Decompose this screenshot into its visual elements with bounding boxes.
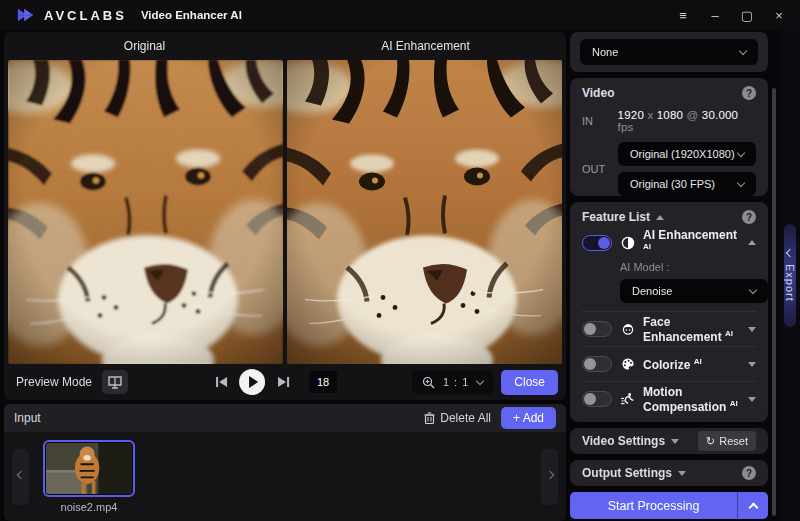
face-icon [620, 322, 635, 337]
play-button[interactable] [239, 369, 265, 395]
export-label: Export [784, 264, 796, 302]
delete-all-label: Delete All [440, 411, 491, 425]
maximize-icon[interactable]: ▢ [736, 4, 758, 26]
face-enhancement-toggle[interactable] [582, 321, 612, 337]
expand-icon [671, 439, 679, 444]
chevron-down-icon [739, 46, 747, 54]
export-tab[interactable]: Export [784, 224, 796, 328]
input-panel: Input Delete All + Add [4, 404, 566, 521]
file-name: noise2.mp4 [61, 501, 118, 513]
zoom-ratio-value: 1 : 1 [443, 376, 469, 388]
video-out-row: OUT Original (1920X1080) Original (30 FP… [582, 142, 756, 196]
scroll-left-button[interactable] [12, 449, 29, 505]
input-video-info: 1920 x 1080 @ 30.000 fps [618, 109, 756, 133]
reset-icon: ↻ [706, 435, 715, 448]
skip-back-icon [215, 376, 228, 388]
preset-value: None [592, 46, 740, 58]
feature-row-ai-enhancement[interactable]: AI Enhancement AI [582, 228, 756, 257]
chevron-down-icon [749, 285, 757, 293]
brand-name: AVCLABS [44, 8, 127, 23]
help-icon[interactable]: ? [742, 86, 756, 100]
sidebar-scrollbar[interactable] [772, 88, 776, 516]
feature-label: AI Enhancement AI [643, 228, 740, 257]
playback-controls: 18 [213, 364, 337, 400]
in-label: IN [582, 115, 618, 127]
ai-model-value: Denoise [632, 285, 750, 297]
chevron-down-icon [737, 178, 745, 186]
menu-icon[interactable]: ≡ [672, 4, 694, 26]
preview-panel: Original AI Enhancement Preview Mode [4, 32, 566, 400]
original-preview-image [8, 60, 283, 364]
feature-row-colorize[interactable]: Colorize AI [582, 349, 756, 379]
file-thumbnail[interactable] [43, 440, 135, 497]
app-title: Video Enhancer AI [141, 9, 242, 21]
output-settings-card[interactable]: Output Settings ? [570, 460, 768, 486]
reset-button[interactable]: ↻ Reset [698, 431, 756, 451]
titlebar: AVCLABS Video Enhancer AI ≡ – ▢ × [0, 0, 800, 30]
input-header: Input Delete All + Add [4, 404, 566, 432]
settings-sidebar: None Video ? IN 1920 x 1080 @ 30.000 fps [570, 32, 768, 519]
zoom-ratio-dropdown[interactable]: 1 : 1 [412, 370, 493, 394]
output-resolution-value: Original (1920X1080) [630, 148, 738, 160]
motion-compensation-toggle[interactable] [582, 391, 612, 407]
feature-row-motion-compensation[interactable]: Motion Compensation AI [582, 384, 756, 414]
preset-card: None [570, 32, 768, 72]
start-processing-button[interactable]: Start Processing [570, 492, 768, 519]
palette-icon [620, 357, 635, 372]
chevron-down-icon [737, 148, 745, 156]
preview-toolbar: Preview Mode [4, 364, 566, 400]
enhanced-preview-image [287, 60, 562, 364]
skip-forward-icon [277, 376, 290, 388]
start-options-button[interactable] [738, 492, 768, 519]
video-title: Video [582, 86, 614, 100]
ai-model-dropdown[interactable]: Denoise [620, 279, 768, 303]
expand-icon [748, 362, 756, 367]
colorize-toggle[interactable] [582, 356, 612, 372]
next-frame-button[interactable] [275, 374, 291, 390]
chevron-down-icon [476, 376, 484, 384]
frame-number-field[interactable]: 18 [309, 371, 337, 393]
reset-label: Reset [719, 435, 748, 447]
minimize-icon[interactable]: – [704, 4, 726, 26]
contrast-icon [620, 235, 635, 250]
feature-list-title: Feature List [582, 210, 650, 224]
video-card: Video ? IN 1920 x 1080 @ 30.000 fps OUT [570, 78, 768, 196]
feature-row-face-enhancement[interactable]: Face Enhancement AI [582, 314, 756, 344]
collapse-icon [748, 240, 756, 245]
close-button[interactable]: Close [501, 370, 558, 395]
feature-label: Colorize AI [643, 357, 702, 372]
feature-list-header[interactable]: Feature List ? [582, 210, 756, 224]
output-settings-title: Output Settings [582, 466, 672, 480]
avclabs-logo-icon [16, 6, 36, 24]
trash-icon [424, 412, 435, 424]
feature-label: Motion Compensation AI [643, 385, 740, 414]
ai-enhancement-toggle[interactable] [582, 235, 612, 251]
output-fps-dropdown[interactable]: Original (30 FPS) [618, 172, 756, 196]
input-file-item[interactable]: noise2.mp4 [43, 440, 135, 513]
compare-panes [4, 60, 566, 364]
output-resolution-dropdown[interactable]: Original (1920X1080) [618, 142, 756, 166]
video-settings-card[interactable]: Video Settings ↻ Reset [570, 428, 768, 454]
feature-list-card: Feature List ? AI Enhancement AI AI Mode… [570, 202, 768, 422]
input-actions: Delete All + Add [424, 407, 556, 429]
chevron-up-icon [748, 502, 758, 512]
split-screen-icon [108, 376, 122, 389]
video-settings-title: Video Settings [582, 434, 665, 448]
video-in-row: IN 1920 x 1080 @ 30.000 fps [582, 109, 756, 133]
output-fps-value: Original (30 FPS) [630, 178, 738, 190]
preset-dropdown[interactable]: None [580, 39, 758, 65]
app-window: AVCLABS Video Enhancer AI ≡ – ▢ × Origin… [0, 0, 800, 521]
help-icon[interactable]: ? [742, 210, 756, 224]
ai-enhancement-label: AI Enhancement [285, 39, 566, 53]
original-label: Original [4, 39, 285, 53]
export-strip: Export [780, 30, 800, 521]
video-card-header: Video ? [582, 86, 756, 100]
add-button[interactable]: + Add [501, 407, 556, 429]
motion-icon [620, 392, 635, 407]
previous-frame-button[interactable] [213, 374, 229, 390]
preview-mode-button[interactable] [102, 370, 128, 394]
scroll-right-button[interactable] [541, 449, 558, 505]
help-icon[interactable]: ? [742, 466, 756, 480]
close-icon[interactable]: × [768, 4, 790, 26]
delete-all-button[interactable]: Delete All [424, 411, 491, 425]
